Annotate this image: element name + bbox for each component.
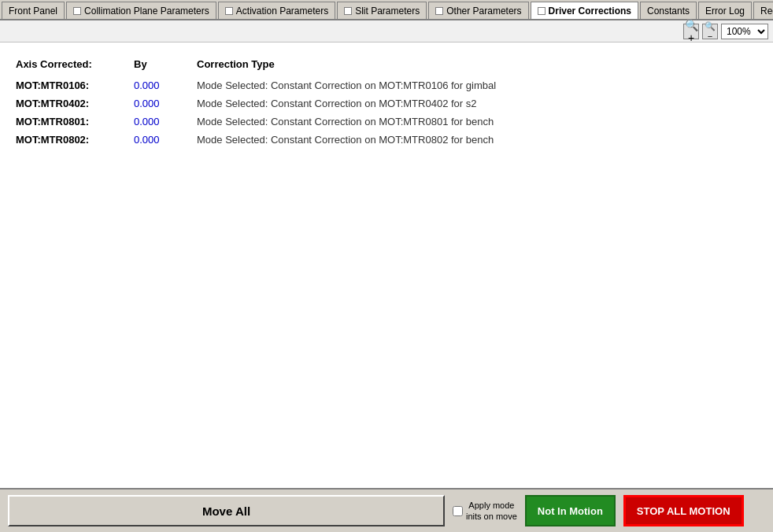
tab-bar: Front PanelCollimation Plane ParametersA…	[0, 0, 773, 20]
not-in-motion-button[interactable]: Not In Motion	[525, 495, 616, 526]
toolbar: 🔍+ 🔍− 100% 75% 150%	[0, 20, 773, 42]
axis-label: MOT:MTR0402:	[16, 98, 134, 109]
bottom-bar: Move All Apply modeinits on move Not In …	[0, 488, 773, 532]
tab-error-log[interactable]: Error Log	[698, 2, 752, 19]
zoom-out-button[interactable]: 🔍−	[702, 24, 718, 39]
tab-constants[interactable]: Constants	[640, 2, 697, 19]
zoom-in-button[interactable]: 🔍+	[683, 24, 699, 39]
tab-label-activation: Activation Parameters	[236, 6, 328, 17]
apply-mode-checkbox[interactable]	[453, 506, 463, 516]
axis-label: MOT:MTR0801:	[16, 116, 134, 127]
tab-label-constants: Constants	[647, 6, 690, 17]
zoom-select[interactable]: 100% 75% 150%	[721, 24, 768, 39]
tab-checkbox-collimation	[73, 7, 81, 15]
axis-label: MOT:MTR0106:	[16, 79, 134, 91]
correction-description: Mode Selected: Constant Correction on MO…	[197, 79, 757, 91]
table-row: MOT:MTR0402:0.000Mode Selected: Constant…	[16, 94, 757, 113]
correction-description: Mode Selected: Constant Correction on MO…	[197, 116, 757, 127]
tab-label-driver: Driver Corrections	[549, 6, 631, 17]
tab-front-panel[interactable]: Front Panel	[2, 2, 65, 19]
tab-label-redefine: Redefine Motors	[760, 6, 773, 17]
table-header: Axis Corrected: By Correction Type	[16, 55, 757, 76]
tab-checkbox-other	[435, 7, 443, 15]
move-all-button[interactable]: Move All	[8, 495, 445, 526]
tab-label-front-panel: Front Panel	[9, 6, 57, 17]
tab-label-slit: Slit Parameters	[355, 6, 420, 17]
header-correction-type: Correction Type	[197, 58, 757, 70]
tab-checkbox-driver	[538, 7, 546, 15]
tab-label-collimation: Collimation Plane Parameters	[84, 6, 209, 17]
stop-all-motion-button[interactable]: STOP ALL MOTION	[623, 495, 744, 526]
apply-checkbox-row: Apply modeinits on move	[453, 500, 517, 523]
by-value[interactable]: 0.000	[134, 116, 197, 127]
header-axis: Axis Corrected:	[16, 58, 134, 70]
header-by: By	[134, 58, 197, 70]
apply-section: Apply modeinits on move	[453, 500, 517, 523]
by-value[interactable]: 0.000	[134, 98, 197, 109]
tab-slit[interactable]: Slit Parameters	[337, 2, 427, 19]
by-value[interactable]: 0.000	[134, 134, 197, 146]
main-content: Axis Corrected: By Correction Type MOT:M…	[0, 42, 773, 488]
table-row: MOT:MTR0801:0.000Mode Selected: Constant…	[16, 113, 757, 131]
correction-description: Mode Selected: Constant Correction on MO…	[197, 134, 757, 146]
table-row: MOT:MTR0802:0.000Mode Selected: Constant…	[16, 131, 757, 149]
tab-other[interactable]: Other Parameters	[428, 2, 528, 19]
by-value[interactable]: 0.000	[134, 79, 197, 91]
tab-redefine[interactable]: Redefine Motors	[753, 2, 773, 19]
tab-label-error-log: Error Log	[705, 6, 745, 17]
tab-label-other: Other Parameters	[446, 6, 521, 17]
axis-label: MOT:MTR0802:	[16, 134, 134, 146]
correction-description: Mode Selected: Constant Correction on MO…	[197, 98, 757, 109]
tab-checkbox-activation	[225, 7, 233, 15]
tab-driver[interactable]: Driver Corrections	[531, 2, 638, 19]
corrections-table: MOT:MTR0106:0.000Mode Selected: Constant…	[16, 76, 757, 149]
table-row: MOT:MTR0106:0.000Mode Selected: Constant…	[16, 76, 757, 94]
tab-collimation[interactable]: Collimation Plane Parameters	[66, 2, 216, 19]
tab-checkbox-slit	[344, 7, 352, 15]
tab-activation[interactable]: Activation Parameters	[218, 2, 335, 19]
apply-mode-label: Apply modeinits on move	[466, 500, 517, 523]
